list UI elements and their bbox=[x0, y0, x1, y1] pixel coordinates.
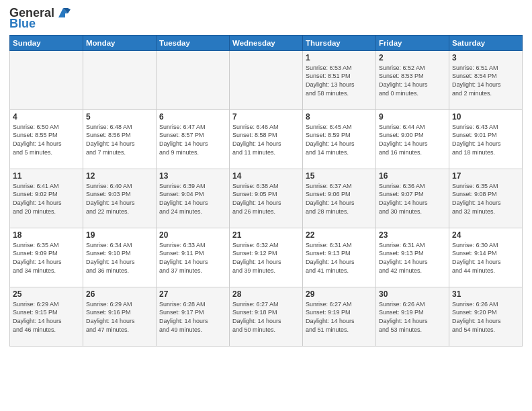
calendar-cell: 4Sunrise: 6:50 AM Sunset: 8:55 PM Daylig… bbox=[10, 109, 83, 169]
day-number: 14 bbox=[232, 171, 300, 181]
calendar-cell: 6Sunrise: 6:47 AM Sunset: 8:57 PM Daylig… bbox=[157, 109, 230, 169]
day-number: 23 bbox=[379, 230, 446, 240]
weekday-header-wednesday: Wednesday bbox=[230, 35, 303, 50]
day-info: Sunrise: 6:35 AM Sunset: 9:09 PM Dayligh… bbox=[13, 241, 80, 275]
day-info: Sunrise: 6:34 AM Sunset: 9:10 PM Dayligh… bbox=[86, 241, 153, 275]
day-info: Sunrise: 6:48 AM Sunset: 8:56 PM Dayligh… bbox=[86, 123, 153, 156]
day-info: Sunrise: 6:40 AM Sunset: 9:03 PM Dayligh… bbox=[86, 182, 153, 216]
calendar-cell: 3Sunrise: 6:51 AM Sunset: 8:54 PM Daylig… bbox=[449, 50, 523, 109]
day-number: 18 bbox=[13, 230, 80, 240]
day-number: 12 bbox=[86, 171, 153, 181]
calendar-cell: 7Sunrise: 6:46 AM Sunset: 8:58 PM Daylig… bbox=[230, 109, 303, 169]
day-number: 3 bbox=[452, 53, 519, 62]
day-info: Sunrise: 6:37 AM Sunset: 9:06 PM Dayligh… bbox=[306, 182, 373, 216]
day-info: Sunrise: 6:39 AM Sunset: 9:04 PM Dayligh… bbox=[159, 182, 226, 216]
calendar-cell: 29Sunrise: 6:27 AM Sunset: 9:19 PM Dayli… bbox=[303, 287, 376, 346]
weekday-header-saturday: Saturday bbox=[449, 35, 523, 50]
weekday-header-tuesday: Tuesday bbox=[157, 35, 230, 50]
calendar-cell: 10Sunrise: 6:43 AM Sunset: 9:01 PM Dayli… bbox=[449, 109, 523, 169]
weekday-header-thursday: Thursday bbox=[303, 35, 376, 50]
calendar-cell: 2Sunrise: 6:52 AM Sunset: 8:53 PM Daylig… bbox=[376, 50, 449, 109]
day-number: 16 bbox=[379, 171, 446, 181]
calendar-cell bbox=[230, 50, 303, 109]
calendar-cell: 24Sunrise: 6:30 AM Sunset: 9:14 PM Dayli… bbox=[449, 228, 523, 287]
calendar-cell: 20Sunrise: 6:33 AM Sunset: 9:11 PM Dayli… bbox=[157, 228, 230, 287]
logo-icon bbox=[56, 5, 71, 20]
day-number: 27 bbox=[159, 289, 226, 299]
calendar-cell: 12Sunrise: 6:40 AM Sunset: 9:03 PM Dayli… bbox=[83, 169, 157, 228]
day-info: Sunrise: 6:43 AM Sunset: 9:01 PM Dayligh… bbox=[452, 123, 519, 156]
week-row-5: 25Sunrise: 6:29 AM Sunset: 9:15 PM Dayli… bbox=[10, 287, 523, 346]
calendar-cell: 11Sunrise: 6:41 AM Sunset: 9:02 PM Dayli… bbox=[10, 169, 83, 228]
week-row-2: 4Sunrise: 6:50 AM Sunset: 8:55 PM Daylig… bbox=[10, 109, 523, 169]
day-number: 26 bbox=[86, 289, 153, 299]
calendar-cell: 15Sunrise: 6:37 AM Sunset: 9:06 PM Dayli… bbox=[303, 169, 376, 228]
day-number: 20 bbox=[159, 230, 226, 240]
day-info: Sunrise: 6:26 AM Sunset: 9:19 PM Dayligh… bbox=[379, 300, 446, 334]
day-info: Sunrise: 6:53 AM Sunset: 8:51 PM Dayligh… bbox=[306, 64, 373, 97]
day-number: 13 bbox=[159, 171, 226, 181]
day-info: Sunrise: 6:28 AM Sunset: 9:17 PM Dayligh… bbox=[159, 300, 226, 334]
calendar-cell: 18Sunrise: 6:35 AM Sunset: 9:09 PM Dayli… bbox=[10, 228, 83, 287]
day-number: 24 bbox=[452, 230, 519, 240]
day-info: Sunrise: 6:27 AM Sunset: 9:18 PM Dayligh… bbox=[232, 300, 300, 334]
day-info: Sunrise: 6:29 AM Sunset: 9:15 PM Dayligh… bbox=[13, 300, 80, 334]
day-info: Sunrise: 6:47 AM Sunset: 8:57 PM Dayligh… bbox=[159, 123, 226, 156]
day-number: 21 bbox=[232, 230, 300, 240]
calendar-cell: 5Sunrise: 6:48 AM Sunset: 8:56 PM Daylig… bbox=[83, 109, 157, 169]
day-number: 30 bbox=[379, 289, 446, 299]
day-info: Sunrise: 6:44 AM Sunset: 9:00 PM Dayligh… bbox=[379, 123, 446, 156]
day-info: Sunrise: 6:27 AM Sunset: 9:19 PM Dayligh… bbox=[306, 300, 373, 334]
calendar-cell: 8Sunrise: 6:45 AM Sunset: 8:59 PM Daylig… bbox=[303, 109, 376, 169]
day-number: 4 bbox=[13, 112, 80, 122]
day-number: 1 bbox=[306, 53, 373, 62]
logo: General Blue bbox=[9, 7, 71, 31]
day-info: Sunrise: 6:32 AM Sunset: 9:12 PM Dayligh… bbox=[232, 241, 300, 275]
day-info: Sunrise: 6:50 AM Sunset: 8:55 PM Dayligh… bbox=[13, 123, 80, 156]
day-number: 10 bbox=[452, 112, 519, 122]
calendar-cell bbox=[157, 50, 230, 109]
day-info: Sunrise: 6:38 AM Sunset: 9:05 PM Dayligh… bbox=[232, 182, 300, 216]
calendar-cell: 14Sunrise: 6:38 AM Sunset: 9:05 PM Dayli… bbox=[230, 169, 303, 228]
day-info: Sunrise: 6:46 AM Sunset: 8:58 PM Dayligh… bbox=[232, 123, 300, 156]
day-info: Sunrise: 6:51 AM Sunset: 8:54 PM Dayligh… bbox=[452, 64, 519, 97]
day-info: Sunrise: 6:45 AM Sunset: 8:59 PM Dayligh… bbox=[306, 123, 373, 156]
calendar-cell: 31Sunrise: 6:26 AM Sunset: 9:20 PM Dayli… bbox=[449, 287, 523, 346]
header: General Blue bbox=[9, 7, 523, 31]
calendar-cell bbox=[83, 50, 157, 109]
day-number: 6 bbox=[159, 112, 226, 122]
day-number: 29 bbox=[306, 289, 373, 299]
day-info: Sunrise: 6:35 AM Sunset: 9:08 PM Dayligh… bbox=[452, 182, 519, 216]
calendar-cell: 25Sunrise: 6:29 AM Sunset: 9:15 PM Dayli… bbox=[10, 287, 83, 346]
day-number: 15 bbox=[306, 171, 373, 181]
day-number: 7 bbox=[232, 112, 300, 122]
day-info: Sunrise: 6:29 AM Sunset: 9:16 PM Dayligh… bbox=[86, 300, 153, 334]
day-number: 28 bbox=[232, 289, 300, 299]
calendar-cell: 19Sunrise: 6:34 AM Sunset: 9:10 PM Dayli… bbox=[83, 228, 157, 287]
weekday-header-friday: Friday bbox=[376, 35, 449, 50]
day-number: 25 bbox=[13, 289, 80, 299]
day-number: 2 bbox=[379, 53, 446, 62]
day-info: Sunrise: 6:30 AM Sunset: 9:14 PM Dayligh… bbox=[452, 241, 519, 275]
day-info: Sunrise: 6:31 AM Sunset: 9:13 PM Dayligh… bbox=[379, 241, 446, 275]
calendar-cell: 16Sunrise: 6:36 AM Sunset: 9:07 PM Dayli… bbox=[376, 169, 449, 228]
calendar-cell: 27Sunrise: 6:28 AM Sunset: 9:17 PM Dayli… bbox=[157, 287, 230, 346]
calendar-cell: 28Sunrise: 6:27 AM Sunset: 9:18 PM Dayli… bbox=[230, 287, 303, 346]
day-number: 19 bbox=[86, 230, 153, 240]
weekday-header-monday: Monday bbox=[83, 35, 157, 50]
weekday-header-sunday: Sunday bbox=[10, 35, 83, 50]
calendar-cell: 21Sunrise: 6:32 AM Sunset: 9:12 PM Dayli… bbox=[230, 228, 303, 287]
week-row-1: 1Sunrise: 6:53 AM Sunset: 8:51 PM Daylig… bbox=[10, 50, 523, 109]
day-number: 22 bbox=[306, 230, 373, 240]
page: General Blue SundayMondayTuesdayWednesda… bbox=[0, 0, 532, 411]
day-info: Sunrise: 6:52 AM Sunset: 8:53 PM Dayligh… bbox=[379, 64, 446, 97]
day-info: Sunrise: 6:36 AM Sunset: 9:07 PM Dayligh… bbox=[379, 182, 446, 216]
week-row-3: 11Sunrise: 6:41 AM Sunset: 9:02 PM Dayli… bbox=[10, 169, 523, 228]
day-info: Sunrise: 6:41 AM Sunset: 9:02 PM Dayligh… bbox=[13, 182, 80, 216]
day-number: 17 bbox=[452, 171, 519, 181]
day-number: 11 bbox=[13, 171, 80, 181]
logo-text-blue: Blue bbox=[9, 17, 36, 31]
calendar-cell: 22Sunrise: 6:31 AM Sunset: 9:13 PM Dayli… bbox=[303, 228, 376, 287]
calendar-cell bbox=[10, 50, 83, 109]
week-row-4: 18Sunrise: 6:35 AM Sunset: 9:09 PM Dayli… bbox=[10, 228, 523, 287]
